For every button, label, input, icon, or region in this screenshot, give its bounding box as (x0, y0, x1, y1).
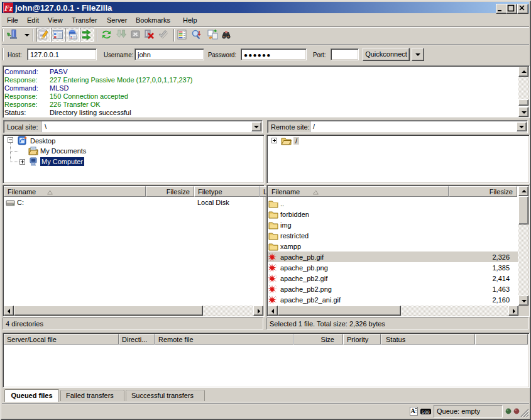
svg-text:500: 500 (422, 410, 430, 415)
svg-text:Fz: Fz (4, 4, 13, 13)
svg-text:A: A (411, 407, 416, 414)
